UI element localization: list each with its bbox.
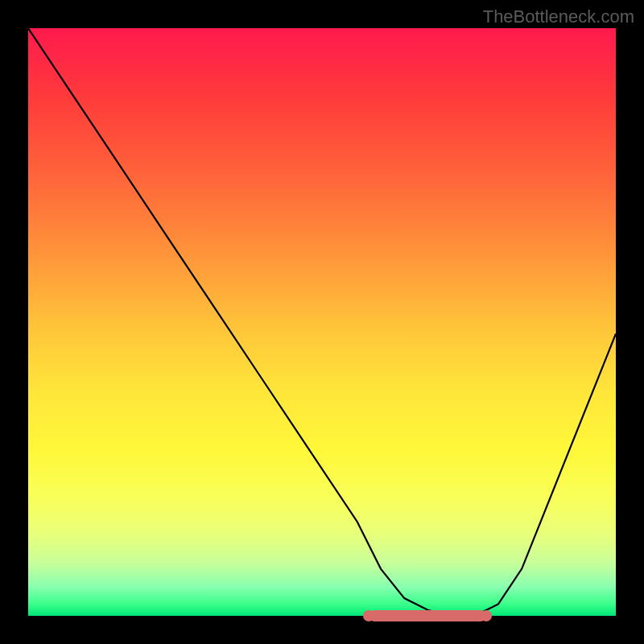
bottleneck-curve [28,28,616,616]
chart-plot-area [28,28,616,616]
optimal-range-highlight [369,610,486,621]
optimal-range-start-dot [363,610,374,621]
optimal-range-end-dot [481,610,492,621]
watermark-text: TheBottleneck.com [483,6,634,27]
